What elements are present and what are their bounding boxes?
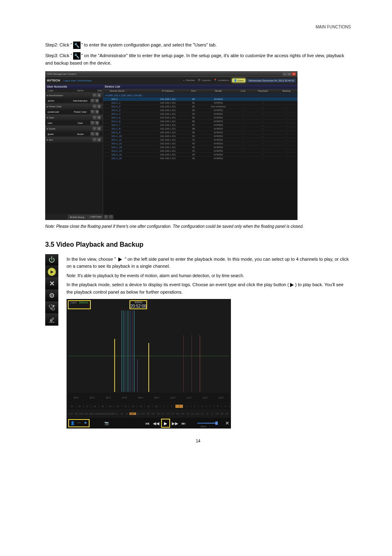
device-header: Live: [236, 89, 250, 93]
add-user-button[interactable]: + Add User: [87, 215, 104, 219]
note-motion: Note: It's able to playback by the event…: [67, 273, 351, 278]
skip-start-icon[interactable]: ⏮: [144, 419, 151, 427]
edit-icon[interactable]: ✎: [90, 110, 95, 114]
edit-icon[interactable]: ✎: [92, 104, 97, 109]
wrench-icon: [73, 52, 81, 60]
delete-icon[interactable]: 🗑: [95, 110, 99, 114]
device-row[interactable]: 101-1192.168.1.10180AVH516: [103, 97, 297, 101]
device-row[interactable]: 101-1_8192.168.1.10188AVM552---: [103, 127, 297, 130]
device-row[interactable]: 101-1_5192.168.1.10185AVM552---: [103, 116, 297, 119]
pb-steps-a: In the playback mode, select a device to…: [67, 282, 289, 287]
device-row[interactable]: 101-1_9192.168.1.10189AVM552---: [103, 130, 297, 134]
link-locations[interactable]: 📍 Locations: [214, 79, 229, 81]
user-accounts-sidebar: User Accounts Login Name Edit ▸ Administ…: [45, 84, 103, 220]
user-group[interactable]: ▸ User✎🗑: [45, 115, 103, 120]
device-row[interactable]: 101-1_1192.168.1.10181AVM552---: [103, 101, 297, 104]
playback-datetime: 3/2016 20:52:06: [129, 300, 147, 309]
close-playback-icon[interactable]: ✕: [225, 420, 229, 426]
device-row[interactable]: 101-1_13192.168.1.10193AVM552---: [103, 145, 297, 149]
device-row[interactable]: 101-1_3192.168.1.10183AVM552---: [103, 108, 297, 112]
delete-icon[interactable]: 🗑: [95, 121, 99, 125]
users-tab[interactable]: 👤 Users: [232, 79, 245, 82]
add-group-button[interactable]: ⊕ Add Group: [68, 215, 86, 219]
user-row[interactable]: guestGuest✎🗑: [45, 132, 103, 137]
device-row[interactable]: 101-1_16192.168.1.10196AVM552---: [103, 156, 297, 160]
delete-icon[interactable]: 🗑: [97, 116, 101, 120]
window-title: CMS Management System: [47, 73, 76, 75]
edit-icon[interactable]: ✎: [92, 138, 97, 142]
device-row[interactable]: 101-1_14192.168.1.10194AVM552---: [103, 149, 297, 153]
health-icon[interactable]: [45, 302, 58, 314]
play-inline-icon: [290, 283, 294, 287]
device-list-title: Device List: [103, 84, 297, 89]
playback-graph: [68, 310, 229, 392]
flag-icon[interactable]: ⚑: [83, 420, 88, 426]
add-device-button[interactable]: +: [104, 215, 108, 219]
device-row[interactable]: 101-1_2192.168.1.10182Not Initialized---: [103, 104, 297, 108]
device-row[interactable]: 101-1_4192.168.1.10184AVM552---: [103, 112, 297, 116]
top-bar: AVTECH Logon User: Administrator + Devic…: [45, 77, 297, 84]
brand-logo: AVTECH: [47, 79, 60, 82]
user-row[interactable]: adminAdministrator✎🗑: [45, 98, 103, 104]
device-row[interactable]: 101-1_7192.168.1.10187AVM552---: [103, 123, 297, 127]
edit-icon[interactable]: ✎: [90, 132, 95, 136]
play-inline-icon: [118, 257, 122, 262]
device-header: Model: [201, 89, 236, 93]
power-icon[interactable]: [45, 254, 58, 266]
skip-end-icon[interactable]: ⏭: [180, 419, 187, 427]
admin-screenshot: CMS Management System – □ ✕ AVTECH Logon…: [45, 71, 297, 220]
device-row[interactable]: 101-1_12192.168.1.10192AVM552---: [103, 141, 297, 145]
delete-icon[interactable]: 🗑: [97, 104, 101, 109]
motion-icon[interactable]: 〰: [76, 420, 82, 426]
left-toolbar: [45, 254, 58, 326]
log-icon[interactable]: [45, 314, 58, 326]
rewind-icon[interactable]: ◀◀: [152, 419, 160, 427]
playback-steps: In the playback mode, select a device to…: [67, 281, 351, 296]
device-row[interactable]: 101-1_6192.168.1.10186AVM552---: [103, 119, 297, 123]
edit-icon[interactable]: ✎: [92, 93, 97, 97]
window-buttons: – □ ✕: [283, 72, 296, 76]
link-devices[interactable]: + Devices: [183, 79, 196, 81]
page-number: 14: [45, 439, 351, 443]
user-group[interactable]: ▸ Power User✎🗑: [45, 104, 103, 109]
play-icon[interactable]: [45, 266, 58, 278]
gear-icon[interactable]: [45, 290, 58, 302]
step3-prefix: Step3: Click ": [45, 53, 72, 58]
tools-icon[interactable]: [45, 278, 58, 290]
device-header: Backup: [276, 89, 297, 93]
edit-icon[interactable]: ✎: [90, 99, 95, 103]
nvr-row[interactable]: ▾ NVR: 101-1 (192.168.1.101:80): [103, 93, 297, 97]
speed-slider[interactable]: [197, 423, 218, 424]
device-row[interactable]: 101-1_11192.168.1.10191AVM552---: [103, 138, 297, 141]
user-group[interactable]: ▸ rpm✎🗑: [45, 137, 103, 143]
delete-icon[interactable]: 🗑: [97, 93, 101, 97]
remove-device-button[interactable]: -: [109, 215, 113, 219]
user-row[interactable]: userUser✎🗑: [45, 120, 103, 126]
user-group[interactable]: ▸ Guest✎🗑: [45, 126, 103, 132]
user-group[interactable]: ▸ Administrator✎🗑: [45, 93, 103, 98]
forward-icon[interactable]: ▶▶: [171, 419, 179, 427]
device-header: Port: [187, 89, 201, 93]
edit-icon[interactable]: ✎: [90, 121, 95, 125]
close-icon[interactable]: ✕: [292, 72, 296, 76]
play-button[interactable]: ▶: [161, 419, 170, 428]
login-user: Logon User: Administrator: [63, 79, 92, 82]
delete-icon[interactable]: 🗑: [97, 138, 101, 142]
playback-day-scrubber[interactable]: 151617181920212223242526123456789: [68, 403, 229, 410]
link-layouts[interactable]: 田 Layouts: [198, 79, 212, 81]
section-3-5-title: 3.5 Video Playback and Backup: [45, 241, 351, 248]
edit-icon[interactable]: ✎: [92, 116, 97, 120]
maximize-icon[interactable]: □: [287, 72, 291, 76]
delete-icon[interactable]: 🗑: [95, 99, 99, 103]
playback-timeline[interactable]: 04:1705:1706:1707:1708:1709:1710:1711:17…: [68, 393, 229, 403]
device-row[interactable]: 101-1_10192.168.1.10190AVM552---: [103, 134, 297, 138]
delete-icon[interactable]: 🗑: [95, 132, 99, 136]
minimize-icon[interactable]: –: [283, 72, 287, 76]
camera-icon[interactable]: 📷: [104, 420, 109, 426]
delete-icon[interactable]: 🗑: [97, 127, 101, 131]
edit-icon[interactable]: ✎: [92, 127, 97, 131]
person-icon[interactable]: 👤: [69, 420, 75, 426]
sidebar-title: User Accounts: [45, 84, 103, 89]
device-row[interactable]: 101-1_15192.168.1.10195AVM552---: [103, 153, 297, 156]
user-row[interactable]: poweruserPower User✎🗑: [45, 109, 103, 115]
